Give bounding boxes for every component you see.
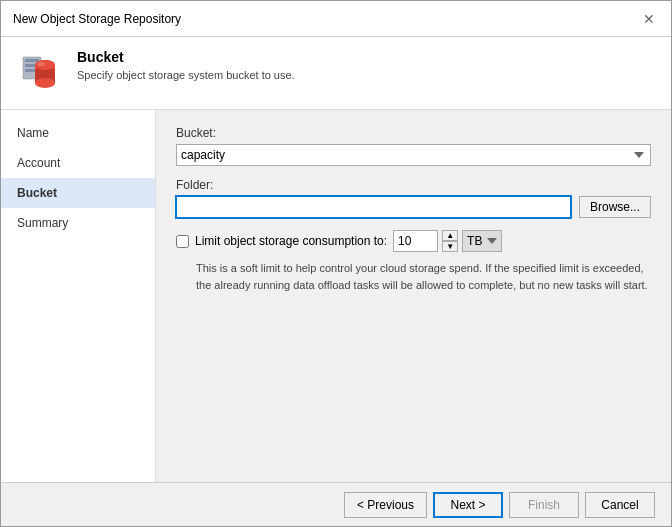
limit-checkbox[interactable] [176,235,189,248]
sidebar-item-account[interactable]: Account [1,148,155,178]
limit-checkbox-row: Limit object storage consumption to: 10 … [176,230,651,252]
bucket-field-group: Bucket: capacity [176,126,651,166]
finish-button[interactable]: Finish [509,492,579,518]
spinbox-group: 10 ▲ ▼ TB GB [393,230,502,252]
spinbox-up-button[interactable]: ▲ [442,230,458,241]
bucket-label: Bucket: [176,126,651,140]
folder-field-group: Folder: Browse... [176,178,651,218]
bucket-icon [17,49,65,97]
header-section: Bucket Specify object storage system buc… [1,37,671,110]
limit-checkbox-label[interactable]: Limit object storage consumption to: [195,234,387,248]
previous-button[interactable]: < Previous [344,492,427,518]
hint-text: This is a soft limit to help control you… [196,260,651,293]
dialog: New Object Storage Repository ✕ [0,0,672,527]
folder-row: Browse... [176,196,651,218]
spinbox-down-button[interactable]: ▼ [442,241,458,252]
folder-label: Folder: [176,178,651,192]
limit-value-input[interactable]: 10 [393,230,438,252]
svg-point-12 [37,62,45,66]
sidebar-item-bucket[interactable]: Bucket [1,178,155,208]
next-button[interactable]: Next > [433,492,503,518]
unit-select[interactable]: TB GB [462,230,502,252]
bucket-row: capacity [176,144,651,166]
svg-rect-1 [25,59,39,62]
header-description: Specify object storage system bucket to … [77,69,295,81]
close-button[interactable]: ✕ [639,9,659,29]
cancel-button[interactable]: Cancel [585,492,655,518]
sidebar-item-summary[interactable]: Summary [1,208,155,238]
spinbox-buttons: ▲ ▼ [442,230,458,252]
dialog-title: New Object Storage Repository [13,12,181,26]
sidebar: Name Account Bucket Summary [1,110,156,482]
main-content: Name Account Bucket Summary Bucket: capa… [1,110,671,482]
content-area: Bucket: capacity Folder: Browse... Limit… [156,110,671,482]
bucket-select[interactable]: capacity [176,144,651,166]
header-text: Bucket Specify object storage system buc… [77,49,295,81]
header-title: Bucket [77,49,295,65]
svg-point-6 [35,78,55,88]
browse-button[interactable]: Browse... [579,196,651,218]
folder-input[interactable] [176,196,571,218]
title-bar: New Object Storage Repository ✕ [1,1,671,37]
footer: < Previous Next > Finish Cancel [1,482,671,526]
sidebar-item-name[interactable]: Name [1,118,155,148]
